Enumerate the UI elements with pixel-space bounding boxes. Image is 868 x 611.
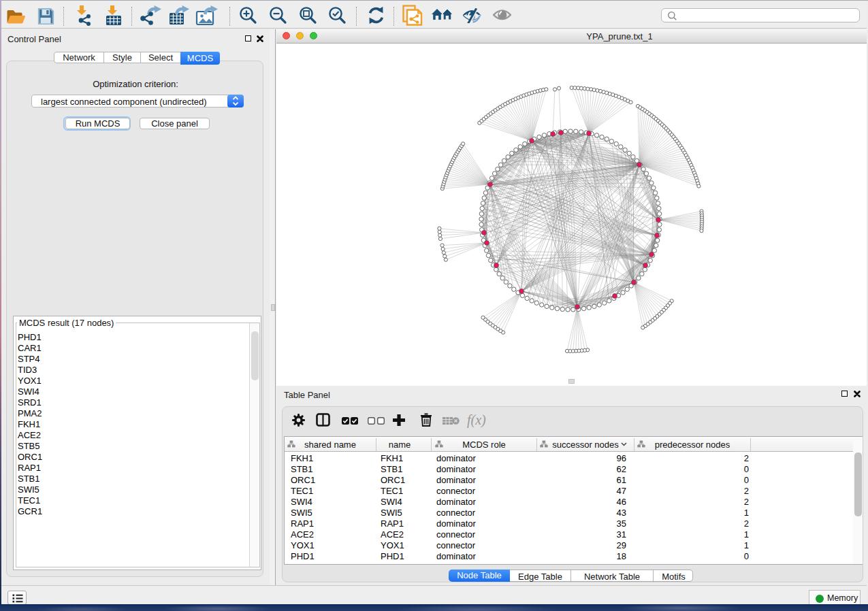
svg-text:f(x): f(x) [467,412,486,428]
